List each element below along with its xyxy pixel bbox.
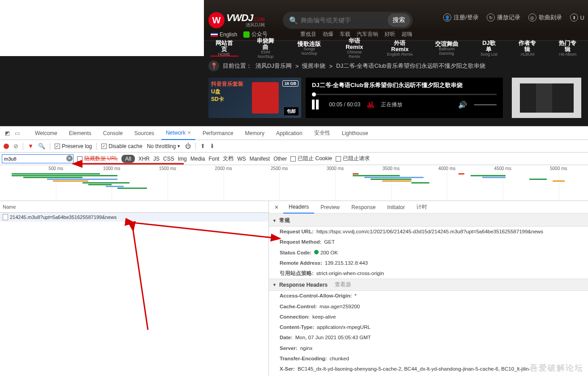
tab-memory[interactable]: Memory [241, 127, 269, 140]
download-icon[interactable]: ⬇ [210, 143, 215, 149]
player-time: 00:05 / 60:03 [329, 101, 360, 108]
preserve-log-checkbox[interactable]: ✓Preserve log [55, 143, 92, 149]
equalizer-icon [368, 101, 374, 108]
volume-icon[interactable]: 🔊 [458, 101, 467, 109]
filter-doc[interactable]: 文档 [223, 155, 233, 162]
filter-icon[interactable]: ▼ [28, 143, 34, 149]
section-general[interactable]: ▼常规 [269, 214, 588, 227]
nav-songs[interactable]: 慢歌连版Songs NonStop [287, 41, 332, 56]
filter-input[interactable] [2, 154, 74, 163]
nav-edm[interactable]: 串烧舞曲EDM NonStop [244, 41, 287, 56]
pause-button[interactable] [312, 100, 322, 109]
site-logo[interactable]: W VWDJ.COM 清风DJ网 [208, 12, 265, 28]
inspect-icon[interactable]: ◩ [4, 130, 11, 137]
clear-icon[interactable]: ⊘ [13, 143, 18, 149]
tag-item[interactable]: 劲爆 [323, 31, 333, 38]
usb-image [252, 82, 279, 114]
network-timeline[interactable]: 500 ms1000 ms1500 ms2000 ms2500 ms3000 m… [0, 165, 588, 201]
uk-flag-icon [211, 32, 218, 37]
breadcrumb-link[interactable]: 慢摇串烧 [302, 62, 325, 70]
search-icon[interactable]: 🔍 [38, 143, 45, 149]
server-image [520, 83, 574, 113]
nav-home[interactable]: 网站首页HOME [204, 41, 244, 56]
chevron-down-icon: ▼ [272, 283, 277, 287]
nav-chinese[interactable]: 华语RemixChinese Remix [332, 41, 377, 56]
request-url-value: https://tspc.vvvdj.com/c1/2021/06/214245… [316, 228, 543, 236]
clear-filter-icon[interactable]: ✕ [66, 155, 73, 162]
tab-network[interactable]: Network✕ [161, 127, 195, 140]
usb-icon: ⬍ [570, 13, 578, 22]
blocked-requests-checkbox[interactable]: 已阻止请求 [336, 155, 370, 162]
detail-tab-response[interactable]: Response [346, 201, 381, 214]
nav-hit[interactable]: 热门专辑Hit Album [548, 41, 588, 56]
annotation-arrow [130, 222, 152, 334]
login-link[interactable]: 👤注册/登录 [443, 13, 479, 22]
disable-cache-checkbox[interactable]: ✓Disable cache [101, 143, 142, 149]
tab-console[interactable]: Console [99, 127, 127, 140]
detail-tab-initiator[interactable]: Initiator [382, 201, 410, 214]
track-title: DJ二爷-全粤语Club音乐希望你们永远听不懂夕阳之歌串烧 [312, 81, 497, 89]
detail-tab-headers[interactable]: Headers [283, 201, 314, 214]
player-status: 正在播放 [381, 101, 402, 109]
device-icon[interactable]: ▭ [13, 130, 21, 137]
upload-icon[interactable]: ⬆ [200, 143, 205, 149]
audio-player: DJ二爷-全粤语Club音乐希望你们永远听不懂夕阳之歌串烧 00:05 / 60… [306, 78, 503, 118]
tab-elements[interactable]: Elements [65, 127, 96, 140]
tab-performance[interactable]: Performance [198, 127, 238, 140]
burn-link[interactable]: ◎歌曲刻录 [528, 13, 562, 22]
filter-manifest[interactable]: Manifest [250, 156, 270, 162]
tag-item[interactable]: 超嗨 [402, 31, 412, 38]
location-icon: 📍 [208, 61, 219, 71]
logo-icon: W [208, 12, 225, 28]
tab-lighthouse[interactable]: Lighthouse [337, 127, 373, 140]
ad-shipping: 包邮 [284, 107, 298, 115]
tag-item[interactable]: 重低音 [300, 31, 316, 38]
detail-tab-preview[interactable]: Preview [315, 201, 345, 214]
annotation-arrow [76, 159, 188, 168]
disc-icon: ◎ [528, 13, 536, 22]
search-button[interactable]: 搜索 [388, 13, 410, 27]
logo-main: VWDJ [226, 12, 253, 23]
breadcrumb-link[interactable]: 清风DJ音乐网 [255, 62, 292, 70]
progress-bar[interactable] [312, 94, 497, 95]
tab-security[interactable]: 安全性 [310, 127, 335, 140]
nav-english[interactable]: 外语RemixEnglish Remix [377, 41, 423, 56]
tab-sources[interactable]: Sources [130, 127, 159, 140]
list-header-name[interactable]: Name [0, 201, 268, 213]
usb-link[interactable]: ⬍U [570, 13, 584, 22]
request-name: 214245.m3u8?upt=5a64be351625587199&news [10, 214, 117, 220]
user-icon: 👤 [443, 13, 451, 22]
tab-welcome[interactable]: Welcome [30, 127, 62, 140]
filter-other[interactable]: Other [273, 156, 287, 162]
record-button[interactable] [4, 144, 9, 149]
nav-ballroom[interactable]: 交谊舞曲Ballroom Dancing [423, 41, 471, 56]
wifi-icon[interactable]: ⏻ [185, 143, 191, 149]
blocked-cookies-checkbox[interactable]: 已阻止 Cookie [290, 155, 332, 162]
tag-item[interactable]: 好听 [385, 31, 395, 38]
logo-subtitle: 清风DJ网 [226, 23, 265, 27]
filter-font[interactable]: Font [208, 156, 219, 162]
ad-usb[interactable]: 抖音音乐套装 U盘 SD卡 16 GB 包邮 [208, 78, 301, 118]
nav-album[interactable]: 作者专辑ALBUM [507, 41, 548, 56]
tab-application[interactable]: Application [272, 127, 307, 140]
detail-tab-timing[interactable]: 计时 [411, 201, 432, 214]
ad-server[interactable] [512, 78, 581, 118]
filter-ws[interactable]: WS [237, 156, 246, 162]
filter-media[interactable]: Media [190, 156, 205, 162]
view-source-link[interactable]: 查看源 [335, 281, 351, 289]
progress-knob[interactable] [312, 92, 316, 96]
close-icon[interactable]: ✕ [187, 130, 191, 135]
search-icon: 🔍 [289, 16, 298, 25]
breadcrumb: 📍 目前位置： 清风DJ音乐网 > 慢摇串烧 > DJ二爷-全粤语Club音乐希… [204, 61, 588, 71]
close-detail-icon[interactable]: ✕ [271, 204, 282, 210]
nav-songlist[interactable]: DJ歌单Song List [471, 41, 507, 56]
section-response-headers[interactable]: ▼Response Headers查看源 [269, 279, 588, 291]
volume-slider[interactable] [474, 104, 497, 105]
throttling-select[interactable]: No throttling ▼ [147, 143, 181, 149]
wechat-icon [243, 31, 250, 38]
play-history-link[interactable]: ↻播放记录 [487, 13, 520, 22]
search-input[interactable] [301, 17, 388, 24]
clock-icon: ↻ [487, 13, 495, 22]
language-english[interactable]: English [211, 31, 237, 38]
search-box: 🔍 搜索 [283, 12, 413, 29]
